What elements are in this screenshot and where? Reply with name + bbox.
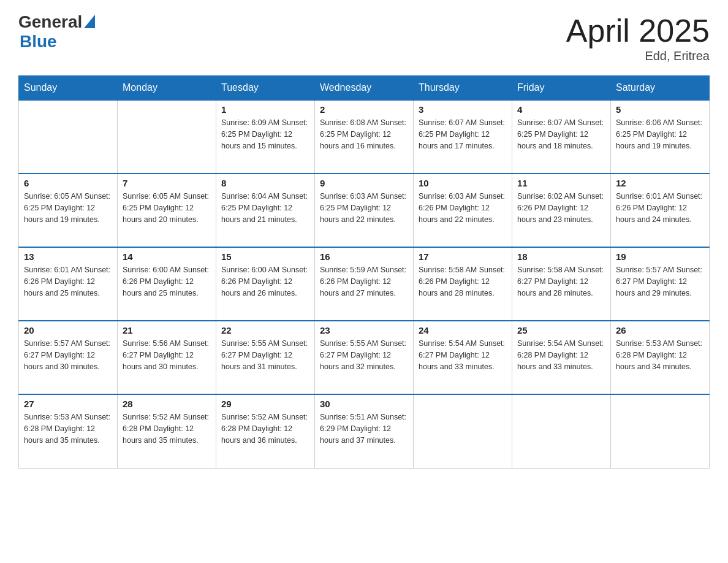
header-day-tuesday: Tuesday (216, 76, 315, 101)
calendar-cell: 13Sunrise: 6:01 AM Sunset: 6:26 PM Dayli… (19, 247, 118, 321)
day-info: Sunrise: 6:00 AM Sunset: 6:26 PM Dayligh… (123, 264, 211, 299)
week-row-3: 13Sunrise: 6:01 AM Sunset: 6:26 PM Dayli… (19, 247, 710, 321)
day-info: Sunrise: 5:58 AM Sunset: 6:27 PM Dayligh… (517, 264, 605, 299)
day-number: 15 (221, 251, 309, 262)
day-number: 4 (517, 104, 605, 115)
calendar-cell: 3Sunrise: 6:07 AM Sunset: 6:25 PM Daylig… (414, 100, 512, 174)
day-number: 1 (221, 104, 309, 115)
calendar-header-row: SundayMondayTuesdayWednesdayThursdayFrid… (19, 76, 710, 101)
day-number: 19 (616, 251, 704, 262)
day-info: Sunrise: 6:01 AM Sunset: 6:26 PM Dayligh… (616, 191, 704, 225)
calendar-cell: 29Sunrise: 5:52 AM Sunset: 6:28 PM Dayli… (216, 394, 315, 468)
calendar-title: April 2025 (566, 12, 710, 49)
day-info: Sunrise: 5:52 AM Sunset: 6:28 PM Dayligh… (123, 412, 211, 446)
day-info: Sunrise: 5:58 AM Sunset: 6:26 PM Dayligh… (419, 264, 507, 299)
calendar-cell: 28Sunrise: 5:52 AM Sunset: 6:28 PM Dayli… (118, 394, 216, 468)
day-number: 22 (221, 325, 309, 335)
calendar-cell (118, 100, 216, 174)
week-row-5: 27Sunrise: 5:53 AM Sunset: 6:28 PM Dayli… (19, 394, 710, 468)
day-number: 30 (320, 399, 408, 409)
logo: General Blue (18, 12, 95, 52)
day-info: Sunrise: 6:09 AM Sunset: 6:25 PM Dayligh… (221, 117, 309, 151)
day-info: Sunrise: 6:05 AM Sunset: 6:25 PM Dayligh… (24, 191, 112, 225)
day-number: 27 (24, 399, 112, 409)
day-info: Sunrise: 6:02 AM Sunset: 6:26 PM Dayligh… (517, 191, 605, 225)
day-number: 9 (320, 178, 408, 188)
header-day-monday: Monday (118, 76, 216, 101)
calendar-cell: 24Sunrise: 5:54 AM Sunset: 6:27 PM Dayli… (414, 321, 512, 394)
day-number: 3 (419, 104, 507, 115)
day-number: 2 (320, 104, 408, 115)
day-number: 25 (517, 325, 605, 335)
calendar-cell: 14Sunrise: 6:00 AM Sunset: 6:26 PM Dayli… (118, 247, 216, 321)
day-info: Sunrise: 6:05 AM Sunset: 6:25 PM Dayligh… (123, 191, 211, 225)
day-number: 5 (616, 104, 704, 115)
day-info: Sunrise: 5:57 AM Sunset: 6:27 PM Dayligh… (616, 264, 704, 299)
calendar-cell: 9Sunrise: 6:03 AM Sunset: 6:25 PM Daylig… (315, 174, 414, 247)
calendar-body: 1Sunrise: 6:09 AM Sunset: 6:25 PM Daylig… (19, 100, 710, 468)
day-info: Sunrise: 5:54 AM Sunset: 6:28 PM Dayligh… (517, 338, 605, 372)
day-info: Sunrise: 6:08 AM Sunset: 6:25 PM Dayligh… (320, 117, 408, 151)
day-info: Sunrise: 6:01 AM Sunset: 6:26 PM Dayligh… (24, 264, 112, 299)
calendar-cell: 4Sunrise: 6:07 AM Sunset: 6:25 PM Daylig… (512, 100, 611, 174)
day-number: 6 (24, 178, 112, 188)
day-number: 23 (320, 325, 408, 335)
day-info: Sunrise: 6:04 AM Sunset: 6:25 PM Dayligh… (221, 191, 309, 225)
day-info: Sunrise: 6:00 AM Sunset: 6:26 PM Dayligh… (221, 264, 309, 299)
logo-general-text: General (18, 12, 82, 32)
calendar-cell (611, 394, 710, 468)
day-info: Sunrise: 6:03 AM Sunset: 6:26 PM Dayligh… (419, 191, 507, 225)
day-number: 14 (123, 251, 211, 262)
day-number: 8 (221, 178, 309, 188)
calendar-cell: 10Sunrise: 6:03 AM Sunset: 6:26 PM Dayli… (414, 174, 512, 247)
header-day-thursday: Thursday (414, 76, 512, 101)
calendar-cell: 12Sunrise: 6:01 AM Sunset: 6:26 PM Dayli… (611, 174, 710, 247)
day-info: Sunrise: 5:54 AM Sunset: 6:27 PM Dayligh… (419, 338, 507, 372)
calendar-cell: 25Sunrise: 5:54 AM Sunset: 6:28 PM Dayli… (512, 321, 611, 394)
day-number: 26 (616, 325, 704, 335)
title-area: April 2025 Edd, Eritrea (566, 12, 710, 63)
calendar-cell: 23Sunrise: 5:55 AM Sunset: 6:27 PM Dayli… (315, 321, 414, 394)
calendar-table: SundayMondayTuesdayWednesdayThursdayFrid… (18, 75, 710, 469)
day-info: Sunrise: 5:57 AM Sunset: 6:27 PM Dayligh… (24, 338, 112, 372)
calendar-cell: 16Sunrise: 5:59 AM Sunset: 6:26 PM Dayli… (315, 247, 414, 321)
header-day-friday: Friday (512, 76, 611, 101)
calendar-cell: 22Sunrise: 5:55 AM Sunset: 6:27 PM Dayli… (216, 321, 315, 394)
calendar-cell: 19Sunrise: 5:57 AM Sunset: 6:27 PM Dayli… (611, 247, 710, 321)
calendar-subtitle: Edd, Eritrea (566, 49, 710, 63)
day-number: 10 (419, 178, 507, 188)
day-number: 7 (123, 178, 211, 188)
day-info: Sunrise: 6:07 AM Sunset: 6:25 PM Dayligh… (517, 117, 605, 151)
day-info: Sunrise: 6:07 AM Sunset: 6:25 PM Dayligh… (419, 117, 507, 151)
week-row-4: 20Sunrise: 5:57 AM Sunset: 6:27 PM Dayli… (19, 321, 710, 394)
calendar-cell: 11Sunrise: 6:02 AM Sunset: 6:26 PM Dayli… (512, 174, 611, 247)
calendar-cell: 8Sunrise: 6:04 AM Sunset: 6:25 PM Daylig… (216, 174, 315, 247)
calendar-cell: 20Sunrise: 5:57 AM Sunset: 6:27 PM Dayli… (19, 321, 118, 394)
day-info: Sunrise: 5:53 AM Sunset: 6:28 PM Dayligh… (24, 412, 112, 446)
calendar-cell: 17Sunrise: 5:58 AM Sunset: 6:26 PM Dayli… (414, 247, 512, 321)
day-info: Sunrise: 6:06 AM Sunset: 6:25 PM Dayligh… (616, 117, 704, 151)
calendar-cell: 7Sunrise: 6:05 AM Sunset: 6:25 PM Daylig… (118, 174, 216, 247)
calendar-cell (414, 394, 512, 468)
day-info: Sunrise: 5:56 AM Sunset: 6:27 PM Dayligh… (123, 338, 211, 372)
week-row-1: 1Sunrise: 6:09 AM Sunset: 6:25 PM Daylig… (19, 100, 710, 174)
calendar-cell: 30Sunrise: 5:51 AM Sunset: 6:29 PM Dayli… (315, 394, 414, 468)
calendar-cell: 6Sunrise: 6:05 AM Sunset: 6:25 PM Daylig… (19, 174, 118, 247)
calendar-cell: 26Sunrise: 5:53 AM Sunset: 6:28 PM Dayli… (611, 321, 710, 394)
day-number: 16 (320, 251, 408, 262)
day-info: Sunrise: 5:55 AM Sunset: 6:27 PM Dayligh… (320, 338, 408, 372)
day-info: Sunrise: 6:03 AM Sunset: 6:25 PM Dayligh… (320, 191, 408, 225)
day-info: Sunrise: 5:59 AM Sunset: 6:26 PM Dayligh… (320, 264, 408, 299)
day-info: Sunrise: 5:51 AM Sunset: 6:29 PM Dayligh… (320, 412, 408, 446)
day-number: 11 (517, 178, 605, 188)
day-number: 17 (419, 251, 507, 262)
calendar-cell (512, 394, 611, 468)
calendar-cell: 1Sunrise: 6:09 AM Sunset: 6:25 PM Daylig… (216, 100, 315, 174)
calendar-cell: 2Sunrise: 6:08 AM Sunset: 6:25 PM Daylig… (315, 100, 414, 174)
day-info: Sunrise: 5:55 AM Sunset: 6:27 PM Dayligh… (221, 338, 309, 372)
header-day-sunday: Sunday (19, 76, 118, 101)
header-day-wednesday: Wednesday (315, 76, 414, 101)
calendar-cell: 27Sunrise: 5:53 AM Sunset: 6:28 PM Dayli… (19, 394, 118, 468)
day-number: 24 (419, 325, 507, 335)
day-number: 18 (517, 251, 605, 262)
